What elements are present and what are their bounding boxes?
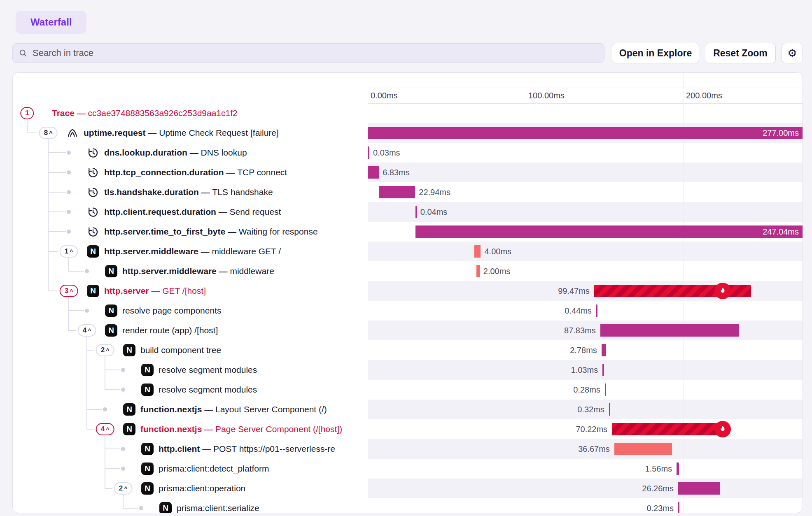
span-title: tls.handshake.duration — TLS handshake <box>104 187 273 197</box>
tree-guide-line <box>123 498 124 508</box>
chip-count: 8 <box>44 129 48 137</box>
timeline-cell: 247.04ms <box>368 222 803 242</box>
tree-guide-line <box>105 380 105 390</box>
span-title: prisma:client:operation <box>159 483 245 493</box>
reset-zoom-button[interactable]: Reset Zoom <box>705 43 776 63</box>
span-name: http.server.middleware <box>122 266 217 276</box>
span-label-cell: 8^uptime.request — Uptime Check Request … <box>13 123 368 143</box>
duration-label: 87.83ms <box>564 321 596 340</box>
span-name: build component tree <box>140 345 221 355</box>
nextjs-icon: N <box>105 304 117 317</box>
collapse-chip[interactable]: 4^ <box>78 324 96 337</box>
span-duration-bar[interactable] <box>415 206 417 218</box>
span-duration-bar[interactable] <box>609 403 610 416</box>
open-in-explore-button[interactable]: Open in Explore <box>612 43 699 63</box>
span-duration-bar[interactable] <box>474 245 481 258</box>
timeline-cell: 0.32ms <box>368 400 803 419</box>
span-row[interactable]: Nprisma:client:detect_platform1.56ms <box>13 459 803 479</box>
span-row[interactable]: Nhttp.server.middleware — middleware2.00… <box>13 261 803 281</box>
span-row[interactable]: Nprisma:client:serialize0.23ms <box>13 498 803 513</box>
span-row[interactable]: 4^Nfunction.nextjs — Page Server Compone… <box>13 419 803 439</box>
clock-history-icon <box>87 146 99 159</box>
span-row[interactable]: tls.handshake.duration — TLS handshake22… <box>13 182 803 202</box>
span-duration-bar[interactable] <box>678 502 679 513</box>
span-title: Trace — cc3ae3748883563a926c253d9aa1c1f2 <box>52 108 238 118</box>
span-row[interactable]: Nresolve segment modules1.03ms <box>13 360 803 380</box>
span-duration-bar[interactable] <box>614 443 672 455</box>
chevron-up-icon: ^ <box>106 347 109 354</box>
duration-label: 0.32ms <box>577 400 604 419</box>
span-title: uptime.request — Uptime Check Request [f… <box>84 128 279 138</box>
tree-connector-line <box>48 251 58 252</box>
tree-connector-line <box>86 350 94 351</box>
tree-connector-line <box>105 468 120 469</box>
trace-row[interactable]: 1Trace — cc3ae3748883563a926c253d9aa1c1f… <box>13 103 803 123</box>
clock-history-icon <box>87 186 99 198</box>
span-row[interactable]: Nresolve page components0.44ms <box>13 301 803 321</box>
span-separator: — <box>224 167 237 177</box>
span-duration-bar[interactable] <box>596 304 597 317</box>
settings-button[interactable]: ⚙ <box>782 43 803 63</box>
collapse-chip[interactable]: 1^ <box>60 245 78 258</box>
span-row[interactable]: 1^Nhttp.server.middleware — middleware G… <box>13 242 803 261</box>
span-duration-bar[interactable] <box>368 166 379 179</box>
duration-label: 26.26ms <box>642 479 674 498</box>
search-bar[interactable] <box>12 43 604 63</box>
trace-waterfall-view: Waterfall Open in Explore Reset Zoom ⚙ 0… <box>0 0 812 516</box>
span-duration-bar[interactable] <box>476 265 480 277</box>
span-title: http.server.middleware — middleware <box>122 266 274 276</box>
span-row[interactable]: 2^Nprisma:client:operation26.26ms <box>13 479 803 498</box>
span-row[interactable]: Nhttp.client — POST https://p01--serverl… <box>13 439 803 459</box>
collapse-chip[interactable]: 3^ <box>60 285 78 297</box>
span-row[interactable]: Nfunction.nextjs — Layout Server Compone… <box>13 400 803 419</box>
collapse-chip[interactable]: 2^ <box>114 482 133 495</box>
span-name: uptime.request <box>84 128 146 137</box>
span-row[interactable]: http.server.time_to_first_byte — Waiting… <box>13 222 803 242</box>
leaf-bullet-icon <box>121 447 125 451</box>
clock-history-icon <box>87 206 99 218</box>
tree-connector-line <box>68 271 84 272</box>
tab-waterfall[interactable]: Waterfall <box>16 11 86 34</box>
span-name: http.client <box>159 444 200 453</box>
tree-guide-line <box>48 261 49 281</box>
span-row[interactable]: 8^uptime.request — Uptime Check Request … <box>13 123 803 143</box>
span-row[interactable]: http.client.request.duration — Send requ… <box>13 202 803 222</box>
span-label-cell: 1Trace — cc3ae3748883563a926c253d9aa1c1f… <box>13 103 368 123</box>
duration-label: 6.83ms <box>383 163 410 182</box>
span-row[interactable]: 4^Nrender route (app) /[host]87.83ms <box>13 321 803 340</box>
search-input[interactable] <box>32 47 598 59</box>
span-duration-bar[interactable] <box>379 186 415 198</box>
collapse-chip[interactable]: 1 <box>20 107 34 119</box>
span-row[interactable]: 3^Nhttp.server — GET /[host]99.47ms <box>13 281 803 301</box>
collapse-chip[interactable]: 2^ <box>96 344 114 356</box>
span-description: Send request <box>230 207 281 216</box>
leaf-bullet-icon <box>67 210 71 214</box>
span-duration-bar[interactable] <box>600 324 739 337</box>
search-icon <box>19 49 28 58</box>
span-row[interactable]: http.tcp_connection.duration — TCP conne… <box>13 163 803 182</box>
span-description: Layout Server Component (/) <box>215 404 327 414</box>
span-duration-bar[interactable] <box>602 344 606 356</box>
collapse-chip[interactable]: 8^ <box>39 127 58 139</box>
tree-connector-line <box>105 449 120 449</box>
duration-label: 1.03ms <box>571 360 598 380</box>
span-row[interactable]: 2^Nbuild component tree2.78ms <box>13 340 803 360</box>
span-name: Trace <box>52 108 75 118</box>
timeline-cell: 22.94ms <box>368 182 803 202</box>
tree-connector-line <box>68 310 84 311</box>
error-flame-badge[interactable] <box>714 283 731 299</box>
span-duration-bar[interactable] <box>612 423 723 435</box>
span-title: http.tcp_connection.duration — TCP conne… <box>104 167 287 177</box>
span-name: http.server.time_to_first_byte <box>104 227 225 236</box>
span-row[interactable]: dns.lookup.duration — DNS lookup0.03ms <box>13 143 803 163</box>
span-duration-bar[interactable] <box>602 364 604 376</box>
error-flame-badge[interactable] <box>714 421 731 437</box>
span-duration-bar[interactable] <box>678 482 720 495</box>
span-duration-bar[interactable] <box>677 463 679 475</box>
span-duration-bar[interactable] <box>605 384 606 396</box>
timeline-cell: 1.03ms <box>368 360 803 380</box>
collapse-chip[interactable]: 4^ <box>96 423 114 435</box>
span-duration-bar[interactable] <box>368 146 369 159</box>
timeline-minimap-strip <box>368 73 803 88</box>
span-row[interactable]: Nresolve segment modules0.28ms <box>13 380 803 400</box>
